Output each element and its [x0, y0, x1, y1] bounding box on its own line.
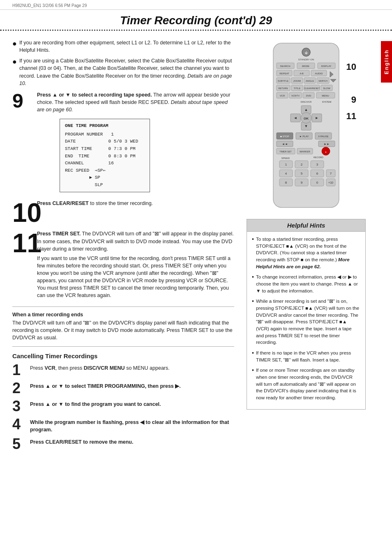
- remote-container: 10 9 11 ⏻ STANDBY·ON SEARCH MODE: [247, 39, 366, 213]
- svg-text:4: 4: [285, 172, 287, 175]
- svg-text:DISPLAY: DISPLAY: [321, 65, 332, 67]
- svg-text:MODE: MODE: [302, 65, 309, 67]
- bullet-dot-1: ●: [12, 40, 17, 54]
- svg-text:6: 6: [316, 172, 318, 175]
- hint-item-2: • To change incorrect information, press…: [252, 274, 360, 294]
- osd-row-sp: ▶ SP: [65, 174, 145, 182]
- hint-item-1: • To stop a started timer recording, pre…: [252, 236, 360, 270]
- cancel-num-4: 4: [12, 417, 27, 432]
- remote-marker-10: 10: [346, 62, 356, 72]
- dot-separator: [0, 30, 392, 31]
- svg-text:SUBTITLE: SUBTITLE: [278, 80, 289, 82]
- section-rule-1: [12, 306, 234, 307]
- svg-text:▲: ▲: [304, 108, 308, 112]
- bullet-section: ● If you are recording from other equipm…: [12, 39, 234, 87]
- hint-item-3: • While a timer recording is set and "⊠"…: [252, 298, 360, 346]
- cancel-text-2: Press ▲ or ▼ to select TIMER PROGRAMMING…: [30, 381, 181, 390]
- remote-svg: ⏻ STANDBY·ON SEARCH MODE DISPLAY REPEAT …: [265, 39, 347, 212]
- svg-text:MENU: MENU: [322, 94, 329, 97]
- osd-row-channel: CHANNEL 16: [65, 160, 145, 167]
- svg-text:TIMER SET: TIMER SET: [279, 150, 292, 153]
- when-ends-section: When a timer recording ends The DVD/VCR …: [12, 312, 234, 341]
- hint-bullet-2: •: [252, 274, 254, 294]
- svg-text:ANGLE: ANGLE: [306, 80, 314, 82]
- when-ends-text: The DVD/VCR will turn off and "⊠" on the…: [12, 319, 234, 341]
- svg-text:7: 7: [330, 172, 332, 175]
- svg-text:VCR: VCR: [280, 94, 285, 97]
- step-9-number: 9: [12, 91, 33, 111]
- svg-text:8: 8: [285, 181, 287, 184]
- hint-item-5: • If one or more Timer recordings are on…: [252, 367, 360, 401]
- step-11: 11 Press TIMER SET. The DVD/VCR will tur…: [12, 230, 234, 301]
- svg-text:3: 3: [316, 163, 318, 166]
- osd-row-end: END TIME 0 8:3 0 PM: [65, 153, 145, 160]
- svg-text:AUDIO: AUDIO: [315, 72, 323, 75]
- hint-text-5: If one or more Timer recordings are on s…: [256, 367, 360, 401]
- svg-text:SLOW: SLOW: [323, 87, 330, 90]
- osd-row-program: PROGRAM NUMBER 1: [65, 131, 145, 138]
- svg-text:1: 1: [285, 163, 287, 166]
- when-ends-heading: When a timer recording ends: [12, 312, 234, 318]
- hint-text-3: While a timer recording is set and "⊠" i…: [256, 298, 360, 346]
- cancelling-heading: Cancelling Timer Recordings: [12, 352, 234, 359]
- osd-row-date: DATE 0 5/0 3 WED: [65, 138, 145, 145]
- cancel-step-5: 5 Press CLEAR/RESET to remove the menu.: [12, 437, 234, 451]
- bullet-item-1: ● If you are recording from other equipm…: [12, 39, 234, 54]
- step-10-number: 10: [12, 200, 33, 226]
- hint-text-4: If there is no tape in the VCR when you …: [256, 350, 360, 363]
- svg-text:◄◄: ◄◄: [282, 143, 288, 145]
- step-11-number: 11: [12, 230, 33, 256]
- svg-text:⏻: ⏻: [305, 51, 308, 54]
- osd-row-slp: SLP: [65, 182, 145, 189]
- svg-text:REPEAT: REPEAT: [279, 72, 289, 75]
- hint-bullet-4: •: [252, 350, 254, 363]
- step-9: 9 Press ▲ or ▼ to select a recording tap…: [12, 91, 234, 196]
- right-column: 10 9 11 ⏻ STANDBY·ON SEARCH MODE: [247, 39, 366, 455]
- svg-text:RETURN: RETURN: [279, 87, 288, 90]
- cancel-step-1: 1 Press VCR, then press DISC/VCR MENU so…: [12, 363, 234, 378]
- header-text: H982NUD_EN1 3/2/06 6:56 PM Page 29: [12, 3, 87, 8]
- step-9-content: Press ▲ or ▼ to select a recording tape …: [37, 91, 234, 196]
- svg-text:CLEAR/RESET: CLEAR/RESET: [304, 87, 320, 90]
- svg-text:0: 0: [316, 181, 318, 184]
- cancel-num-3: 3: [12, 399, 27, 414]
- svg-text:► PLAY: ► PLAY: [300, 135, 309, 138]
- svg-text:5: 5: [301, 172, 303, 175]
- svg-text:OK: OK: [304, 117, 309, 120]
- svg-text:SYSTEM: SYSTEM: [322, 101, 332, 103]
- osd-title: ONE TIME PROGRAM: [65, 122, 145, 130]
- cancel-text-3: Press ▲ or ▼ to find the program you wan…: [30, 399, 161, 408]
- step-10-content: Press CLEAR/RESET to store the timer rec…: [37, 200, 234, 209]
- bullet-text-2: If you are using a Cable Box/Satellite R…: [19, 57, 234, 87]
- osd-row-start: START TIME 0 7:3 0 PM: [65, 145, 145, 153]
- remote-wrapper: 10 9 11 ⏻ STANDBY·ON SEARCH MODE: [265, 39, 347, 213]
- svg-text:9: 9: [301, 181, 303, 184]
- svg-text:TITLE: TITLE: [294, 87, 300, 90]
- page-header: H982NUD_EN1 3/2/06 6:56 PM Page 29: [0, 0, 392, 10]
- bullet-dot-2: ●: [12, 58, 17, 87]
- hint-bullet-3: •: [252, 298, 254, 346]
- cancel-text-4: While the program number is flashing, pr…: [30, 417, 234, 433]
- helpful-hints-title: Helpful Hints: [247, 219, 365, 232]
- cancel-steps: 1 Press VCR, then press DISC/VCR MENU so…: [12, 363, 234, 451]
- cancel-text-1: Press VCR, then press DISC/VCR MENU so M…: [30, 363, 170, 372]
- step-11-content: Press TIMER SET. The DVD/VCR will turn o…: [37, 230, 234, 301]
- hint-text-2: To change incorrect information, press ◀…: [256, 274, 360, 294]
- left-column: ● If you are recording from other equipm…: [12, 39, 238, 455]
- cancel-step-4: 4 While the program number is flashing, …: [12, 417, 234, 433]
- cancel-step-3: 3 Press ▲ or ▼ to find the program you w…: [12, 399, 234, 414]
- helpful-hints-content: • To stop a started timer recording, pre…: [247, 232, 365, 409]
- cancel-text-5: Press CLEAR/RESET to remove the menu.: [30, 437, 133, 446]
- cancel-section: Cancelling Timer Recordings 1 Press VCR,…: [12, 352, 234, 451]
- svg-text:II PAUSE: II PAUSE: [318, 135, 329, 138]
- cancel-num-5: 5: [12, 437, 27, 451]
- svg-text:►: ►: [315, 116, 319, 120]
- helpful-hints-box: Helpful Hints • To stop a started timer …: [247, 219, 366, 410]
- svg-text:ZOOM: ZOOM: [293, 80, 301, 82]
- svg-text:STANDBY·ON: STANDBY·ON: [298, 58, 314, 61]
- svg-text:SKIP/CH: SKIP/CH: [318, 80, 327, 82]
- step-10: 10 Press CLEAR/RESET to store the timer …: [12, 200, 234, 226]
- svg-text:A-B: A-B: [300, 72, 304, 75]
- hint-item-4: • If there is no tape in the VCR when yo…: [252, 350, 360, 363]
- svg-text:▼: ▼: [304, 124, 308, 128]
